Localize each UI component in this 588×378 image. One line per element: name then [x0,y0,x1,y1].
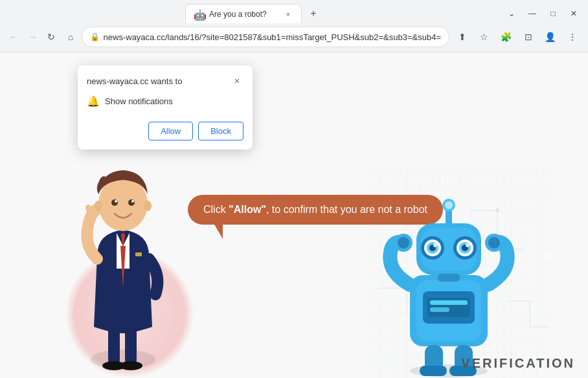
nav-bar: ← → ↻ ⌂ 🔒 news-wayaca.cc/lands/16/?site=… [0,23,588,52]
extensions-button[interactable]: 🧩 [496,27,517,47]
tab-title: Are you a robot? [209,10,278,19]
address-bar[interactable]: 🔒 news-wayaca.cc/lands/16/?site=8021587&… [82,27,449,47]
page-content: news-wayaca.cc wants to × 🔔 Show notific… [0,52,588,378]
browser-chrome: 🤖 Are you a robot? × + ⌄ — □ ✕ ← → ↻ ⌂ 🔒… [0,0,588,52]
svg-point-34 [433,243,437,247]
new-tab-button[interactable]: + [304,5,322,23]
svg-point-7 [128,199,135,206]
person-illustration [62,139,185,378]
svg-point-8 [115,200,117,203]
robot-illustration [381,178,517,378]
popup-close-button[interactable]: × [231,74,243,87]
sidebar-button[interactable]: ⊡ [518,27,539,47]
minimize-button[interactable]: — [523,5,541,23]
window-controls: ⌄ — □ ✕ [503,5,583,23]
menu-button[interactable]: ⋮ [562,27,583,47]
window-close-button[interactable]: ✕ [565,5,583,23]
address-text: news-wayaca.cc/lands/16/?site=8021587&su… [104,32,441,42]
chevron-down-button[interactable]: ⌄ [503,5,521,23]
notification-popup: news-wayaca.cc wants to × 🔔 Show notific… [78,65,253,150]
svg-point-9 [131,200,134,203]
popup-body: 🔔 Show notifications [78,93,253,117]
svg-rect-22 [430,300,468,305]
bell-icon: 🔔 [87,95,100,107]
tab-close-button[interactable]: × [283,9,293,19]
active-tab[interactable]: 🤖 Are you a robot? × [185,4,302,23]
verification-text: VERIFICATION [461,356,575,371]
svg-point-10 [95,201,102,211]
profile-button[interactable]: 👤 [540,27,561,47]
svg-point-35 [466,243,469,247]
tab-favicon: 🤖 [194,9,204,19]
title-bar: 🤖 Are you a robot? × + ⌄ — □ ✕ [0,0,588,23]
popup-notification-text: Show notifications [105,96,173,106]
svg-point-11 [144,201,152,211]
svg-point-38 [445,201,453,209]
svg-point-6 [111,199,118,206]
forward-button[interactable]: → [24,27,40,47]
svg-rect-46 [420,366,447,376]
popup-actions: Allow Block [78,117,253,150]
popup-title: news-wayaca.cc wants to [87,76,182,86]
svg-point-4 [119,361,142,370]
svg-point-41 [398,237,409,249]
bubble-tail [214,223,223,239]
allow-button[interactable]: Allow [148,122,193,140]
nav-actions: ⬆ ☆ 🧩 ⊡ 👤 ⋮ [452,27,583,47]
home-button[interactable]: ⌂ [62,27,78,47]
svg-rect-39 [438,274,460,282]
bookmark-button[interactable]: ☆ [474,27,495,47]
speech-bubble-highlight: "Allow" [229,204,266,215]
back-button[interactable]: ← [5,27,21,47]
maximize-button[interactable]: □ [544,5,562,23]
share-button[interactable]: ⬆ [452,27,473,47]
svg-rect-23 [430,307,449,312]
popup-header: news-wayaca.cc wants to × [78,65,253,93]
svg-point-43 [488,237,500,249]
refresh-button[interactable]: ↻ [43,27,60,47]
lock-icon: 🔒 [90,32,100,41]
svg-rect-13 [135,252,142,256]
block-button[interactable]: Block [198,122,243,140]
